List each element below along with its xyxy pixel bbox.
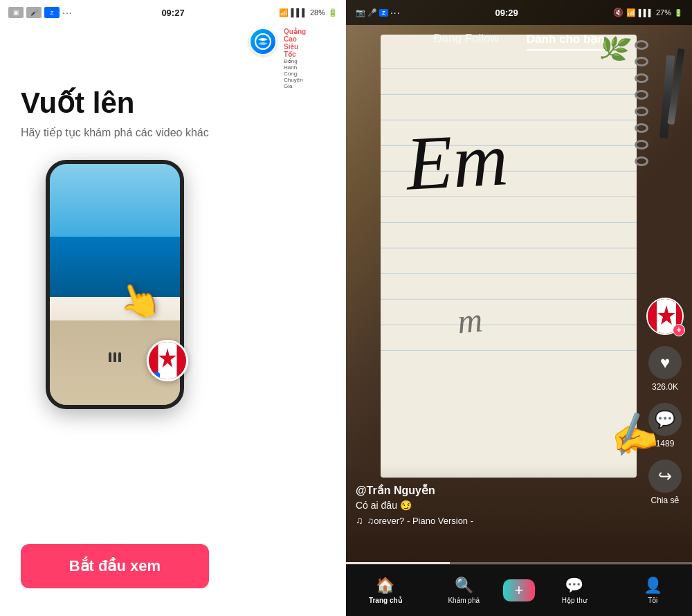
nav-explore[interactable]: 🔍 Khám phá [425,577,504,604]
ad-area: Quảng Cao Siêu Tốc Đồng Hành Cùng Chuyên… [0,25,346,66]
signal-icon: ▌▌▌ [291,8,307,17]
left-status-icons: ▣ 🎤 Z ··· [8,7,73,18]
battery-right: 27% [656,8,671,17]
bottom-nav: 🏠 Trang chủ 🔍 Khám phá + 💬 Hộp thư 👤 Tôi [346,564,692,616]
tab-for-you[interactable]: Dành cho bạn [527,32,605,51]
nav-profile-label: Tôi [648,597,657,604]
nav-home-label: Trang chủ [369,597,402,604]
nav-profile[interactable]: 👤 Tôi [614,577,693,604]
person-1 [109,352,111,362]
right-time: 09:29 [495,8,518,18]
right-panel: 📷 🎤 Z ··· 09:29 🔇 📶 ▌▌▌ 27% 🔋 Đang Follo… [346,0,692,616]
zalo-circle-icon [249,28,277,55]
nav-inbox-label: Hộp thư [562,597,587,604]
like-button[interactable]: ♥ 326.0K [648,346,682,392]
heart-icon: ♥ [648,346,682,379]
camera-icon-right: 📷 [356,8,365,17]
nav-explore-label: Khám phá [448,597,480,604]
ring-4 [635,90,648,100]
em-small: m [456,300,484,342]
em-calligraphy: Em [404,120,509,202]
share-icon: ↪ [648,460,682,493]
user-info-overlay: @Trần Nguyễn Có ai đâu 😏 ♫ ♫orever? - Pi… [356,484,637,526]
tab-header: Đang Follow Dành cho bạn [346,25,692,56]
left-content: Vuốt lên Hãy tiếp tục khám phá các video… [0,66,230,616]
inbox-icon: 💬 [565,577,583,595]
search-icon: 🔍 [455,577,473,595]
phone-people [109,352,121,362]
ring-3 [635,73,648,83]
follow-plus-badge[interactable]: + [673,324,685,336]
comment-button[interactable]: 💬 1489 [648,403,682,449]
notebook-paper: Em m [381,35,637,478]
comment-count: 1489 [656,439,675,449]
ad-text-block: Quảng Cao Siêu Tốc Đồng Hành Cùng Chuyên… [284,28,306,89]
music-title: ♫orever? - Piano Version - [367,516,474,526]
left-status-right: 📶 ▌▌▌ 28% 🔋 [279,8,338,17]
mute-icon: 🔇 [613,8,623,17]
nav-inbox[interactable]: 💬 Hộp thư [535,577,614,604]
phone-mockup-wrapper: 👆 Z [21,160,209,409]
zalo-svg [254,33,272,51]
ring-5 [635,107,648,116]
mic-icon: 🎤 [26,7,42,18]
username[interactable]: @Trần Nguyễn [356,484,637,497]
left-panel: ▣ 🎤 Z ··· 09:27 📶 ▌▌▌ 28% 🔋 Quảng Cao Si… [0,0,346,616]
person-3 [118,352,121,362]
like-count: 326.0K [652,382,678,392]
right-status-more: ··· [390,7,401,18]
create-button[interactable]: + [503,579,535,601]
music-info: ♫ ♫orever? - Piano Version - [356,515,637,526]
battery-icon: 🔋 [328,8,338,17]
ad-line1: Quảng Cao Siêu Tốc [284,28,306,58]
wifi-icon: 📶 [279,8,289,17]
side-actions: + ♥ 326.0K 💬 1489 ↪ Chia sẻ [646,298,684,505]
battery-text: 28% [310,8,325,17]
camera-icon: ▣ [8,7,24,18]
plus-icon: + [515,581,524,599]
left-status-bar: ▣ 🎤 Z ··· 09:27 📶 ▌▌▌ 28% 🔋 [0,0,346,25]
start-button[interactable]: Bắt đầu xem [21,544,209,588]
tab-following[interactable]: Đang Follow [433,32,499,51]
svg-point-0 [255,34,271,49]
profile-icon: 👤 [644,577,662,595]
subtitle: Hãy tiếp tục khám phá các video khác [21,126,209,139]
share-label: Chia sẻ [650,496,679,505]
ring-2 [635,57,648,66]
zalo-icon-small: Z [44,7,60,18]
zalo-icon-right: Z [379,9,388,17]
person-2 [113,352,116,362]
share-button[interactable]: ↪ Chia sẻ [648,460,682,505]
canada-flag-avatar-left[interactable]: Z [147,340,188,381]
user-avatar-container[interactable]: + [646,298,684,335]
music-note-icon: ♫ [356,515,363,526]
comment-icon: 💬 [648,403,682,436]
main-title: Vuốt lên [21,87,134,119]
right-status-bar: 📷 🎤 Z ··· 09:29 🔇 📶 ▌▌▌ 27% 🔋 [346,0,692,25]
status-more: ··· [62,7,73,18]
zalo-logo: Quảng Cao Siêu Tốc Đồng Hành Cùng Chuyên… [249,28,277,55]
nav-home[interactable]: 🏠 Trang chủ [346,577,425,604]
ring-8 [635,156,648,166]
battery-icon-right: 🔋 [674,9,682,17]
signal-right: ▌▌▌ [639,9,653,17]
ring-7 [635,140,648,150]
right-status-right: 🔇 📶 ▌▌▌ 27% 🔋 [613,8,682,17]
caption: Có ai đâu 😏 [356,500,637,511]
spiral-binding [631,35,645,415]
home-icon: 🏠 [376,577,394,595]
mic-icon-right: 🎤 [367,8,377,17]
ring-6 [635,123,648,133]
ad-line2: Đồng Hành Cùng Chuyên Gia [284,58,306,89]
left-time: 09:27 [161,8,184,18]
right-status-icons: 📷 🎤 Z ··· [356,7,401,18]
wifi-icon-right: 📶 [626,8,636,17]
